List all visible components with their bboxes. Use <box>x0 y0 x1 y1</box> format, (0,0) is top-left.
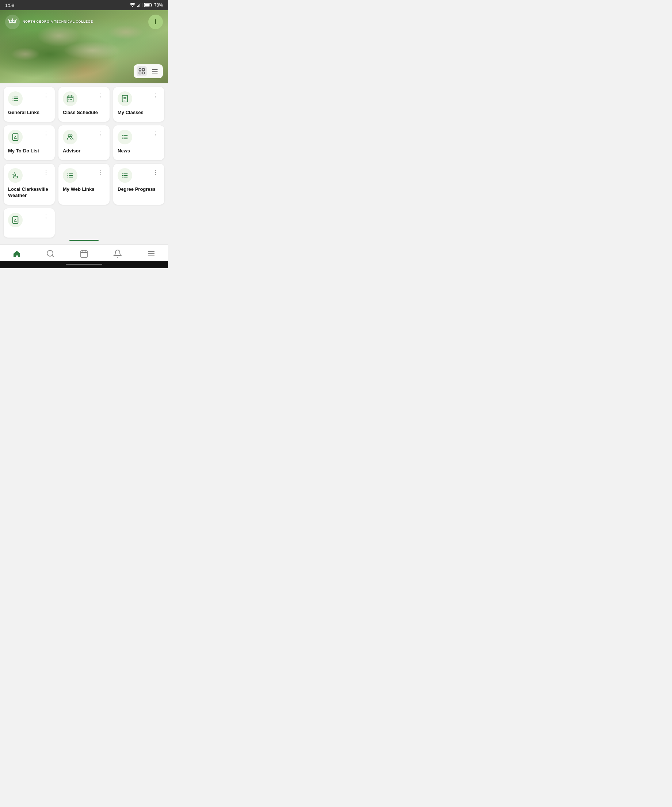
calendar-nav-icon <box>79 249 88 258</box>
card-header: ⋮ <box>118 91 160 106</box>
svg-rect-12 <box>139 69 141 71</box>
general-links-card[interactable]: ⋮ General Links <box>4 87 55 122</box>
card-header: ⋮ <box>63 91 105 106</box>
card-header: ⋮ <box>63 130 105 144</box>
svg-rect-23 <box>68 99 70 100</box>
news-menu-button[interactable]: ⋮ <box>151 130 160 138</box>
web-links-card[interactable]: ⋮ My Web Links <box>58 164 109 205</box>
news-list-icon <box>121 133 129 141</box>
news-title: News <box>118 148 160 154</box>
school-logo-icon <box>5 15 20 29</box>
class-schedule-menu-button[interactable]: ⋮ <box>96 91 105 100</box>
header-logo: NORTH GEORGIA TECHNICAL COLLEGE <box>5 15 93 29</box>
card-header: ⋮ <box>118 168 160 183</box>
list-icon <box>11 95 19 103</box>
advisor-menu-button[interactable]: ⋮ <box>96 130 105 138</box>
view-toggle <box>134 64 163 78</box>
partial-checklist-icon <box>11 216 19 224</box>
nav-search[interactable] <box>42 248 58 259</box>
home-icon <box>12 249 21 258</box>
svg-line-37 <box>13 173 13 173</box>
weather-card[interactable]: ⋮ Local Clarkesville Weather <box>4 164 55 205</box>
class-schedule-card[interactable]: ⋮ Class Schedule <box>58 87 109 122</box>
nav-home[interactable] <box>9 248 25 259</box>
card-header: ⋮ <box>8 130 50 144</box>
svg-point-11 <box>13 21 14 22</box>
card-header: ⋮ <box>63 168 105 183</box>
partial-card[interactable]: ⋮ <box>4 208 55 237</box>
svg-rect-2 <box>138 5 139 7</box>
svg-rect-13 <box>142 69 145 71</box>
card-header: ⋮ <box>118 130 160 144</box>
advisor-icon-wrap <box>63 130 78 144</box>
todo-icon-wrap <box>8 130 23 144</box>
my-classes-icon-wrap <box>118 91 132 106</box>
search-icon <box>46 249 55 258</box>
news-icon-wrap <box>118 130 132 144</box>
content-area: ⋮ General Links ⋮ <box>0 83 168 244</box>
general-links-menu-button[interactable]: ⋮ <box>41 91 50 100</box>
general-links-icon-wrap <box>8 91 23 106</box>
svg-rect-3 <box>139 4 140 7</box>
svg-rect-25 <box>71 99 72 100</box>
weather-menu-button[interactable]: ⋮ <box>41 168 50 177</box>
battery-percent: 78% <box>154 3 163 8</box>
nav-calendar[interactable] <box>76 248 92 259</box>
svg-rect-15 <box>142 72 145 74</box>
wifi-icon <box>130 3 136 7</box>
svg-rect-5 <box>142 3 142 7</box>
list-view-button[interactable] <box>150 66 160 76</box>
my-classes-title: My Classes <box>118 110 160 116</box>
nav-notifications[interactable] <box>109 248 126 259</box>
partial-icon-wrap <box>8 213 23 227</box>
svg-rect-4 <box>141 3 141 7</box>
bottom-nav <box>0 244 168 261</box>
degree-icon-wrap <box>118 168 132 183</box>
grid-view-button[interactable] <box>137 66 147 76</box>
degree-menu-button[interactable]: ⋮ <box>151 168 160 177</box>
svg-rect-14 <box>139 72 141 74</box>
degree-progress-card[interactable]: ⋮ Degree Progress <box>113 164 164 205</box>
status-time: 1:58 <box>5 3 14 8</box>
todo-title: My To-Do List <box>8 148 50 154</box>
my-classes-menu-button[interactable]: ⋮ <box>151 91 160 100</box>
svg-rect-1 <box>137 6 138 7</box>
progress-indicator <box>4 240 164 241</box>
advisor-title: Advisor <box>63 148 105 154</box>
svg-line-41 <box>52 255 54 257</box>
svg-point-40 <box>47 250 53 256</box>
class-schedule-icon-wrap <box>63 91 78 106</box>
weather-icon-wrap <box>8 168 23 183</box>
partial-row: ⋮ <box>4 208 164 237</box>
degree-list-icon <box>121 171 129 179</box>
hamburger-icon <box>147 249 156 258</box>
advisor-card[interactable]: ⋮ Advisor <box>58 125 109 160</box>
home-bar <box>66 264 102 265</box>
web-links-title: My Web Links <box>63 186 105 193</box>
web-links-menu-button[interactable]: ⋮ <box>96 168 105 177</box>
header-banner: NORTH GEORGIA TECHNICAL COLLEGE I <box>0 10 168 83</box>
battery-icon <box>144 3 152 7</box>
cards-grid: ⋮ General Links ⋮ <box>4 87 164 205</box>
web-links-list-icon <box>66 171 74 179</box>
svg-rect-7 <box>151 4 152 6</box>
nav-menu[interactable] <box>143 248 159 259</box>
partial-menu-button[interactable]: ⋮ <box>41 213 50 221</box>
my-todo-card[interactable]: ⋮ My To-Do List <box>4 125 55 160</box>
svg-point-0 <box>132 6 133 7</box>
home-indicator <box>0 261 168 268</box>
user-avatar[interactable]: I <box>148 15 163 29</box>
degree-title: Degree Progress <box>118 186 160 193</box>
class-schedule-title: Class Schedule <box>63 110 105 116</box>
bell-icon <box>113 249 122 258</box>
general-links-title: General Links <box>8 110 50 116</box>
news-card[interactable]: ⋮ News <box>113 125 164 160</box>
school-name: NORTH GEORGIA TECHNICAL COLLEGE <box>23 20 93 24</box>
todo-menu-button[interactable]: ⋮ <box>41 130 50 138</box>
calendar-icon <box>66 95 74 103</box>
svg-point-10 <box>10 21 11 22</box>
svg-rect-24 <box>70 99 71 100</box>
my-classes-card[interactable]: ⋮ My Classes <box>113 87 164 122</box>
svg-rect-8 <box>145 4 149 7</box>
svg-point-33 <box>70 134 72 137</box>
